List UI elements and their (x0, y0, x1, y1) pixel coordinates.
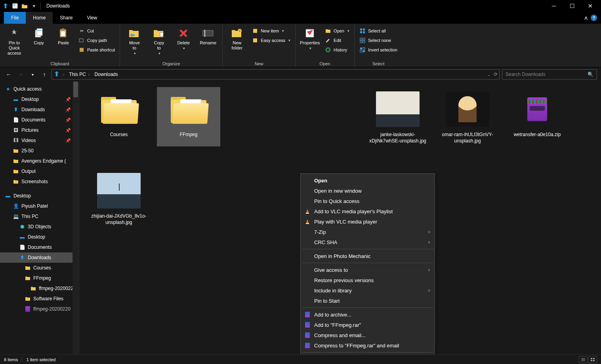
cut-button[interactable]: ✂Cut (77, 27, 116, 35)
help-icon[interactable]: ? (591, 15, 597, 21)
tab-share[interactable]: Share (53, 12, 80, 24)
tab-home[interactable]: Home (26, 12, 53, 24)
scrollbar-thumb[interactable] (73, 82, 78, 97)
ctx-give-access[interactable]: Give access to› (301, 265, 435, 275)
new-item-button[interactable]: New item ▾ (250, 27, 292, 35)
edit-icon (325, 37, 331, 44)
tree-desktop[interactable]: ▬Desktop📌 (0, 94, 79, 104)
file-item[interactable]: FFmpeg (157, 87, 220, 146)
tree-avengers[interactable]: Avengers Endgame ( (0, 156, 79, 166)
cube-icon: ⬢ (19, 224, 25, 230)
address-bar[interactable]: › This PC› Downloads ⌄ ⟳ (52, 69, 500, 80)
delete-button[interactable]: Delete▾ (172, 25, 195, 50)
qat-properties-icon[interactable] (11, 2, 19, 10)
maximize-button[interactable]: ☐ (563, 0, 581, 12)
ctx-vlc-play[interactable]: Play with VLC media player (301, 216, 435, 227)
address-dropdown-icon[interactable]: ⌄ (487, 72, 490, 77)
history-button[interactable]: History (323, 46, 351, 54)
ctx-restore-previous[interactable]: Restore previous versions (301, 275, 435, 285)
select-none-button[interactable]: Select none (358, 36, 399, 44)
file-item[interactable]: wetransfer-a0e10a.zip (506, 87, 569, 146)
search-box[interactable]: Search Downloads 🔍 (502, 69, 597, 80)
tree-ffmpeg-dated[interactable]: ffmpeg-2020022 (0, 283, 79, 294)
tree-piyush[interactable]: 👤Piyush Patel (0, 201, 79, 211)
refresh-icon[interactable]: ⟳ (494, 72, 498, 77)
up-button[interactable]: ↑ (40, 70, 49, 79)
tree-desktop3[interactable]: ▬Desktop (0, 232, 79, 242)
tree-25-50[interactable]: 25-50 (0, 146, 79, 156)
forward-button[interactable]: → (16, 70, 25, 79)
edit-button[interactable]: Edit (323, 36, 351, 44)
tree-output[interactable]: Output (0, 166, 79, 176)
paste-shortcut-button[interactable]: Paste shortcut (77, 46, 116, 54)
file-item[interactable]: zhijian-dai-JXdVGb_8v1o-unsplash.jpg (87, 169, 151, 228)
file-item[interactable]: Courses (87, 87, 151, 146)
tree-desktop-root[interactable]: ▬Desktop (0, 191, 79, 201)
ctx-photo-mechanic[interactable]: Open in Photo Mechanic (301, 251, 435, 261)
file-item[interactable]: janke-laskowski-xDjiNk7whSE-unsplash.jpg (366, 87, 429, 146)
properties-button[interactable]: Properties▾ (299, 25, 321, 50)
tree-videos[interactable]: 🎞Videos📌 (0, 135, 79, 146)
rename-button[interactable]: Rename (197, 25, 219, 46)
tree-documents[interactable]: 📄Documents📌 (0, 115, 79, 125)
tree-screenshots[interactable]: Screenshots (0, 176, 79, 187)
svg-rect-3 (37, 28, 42, 36)
minimize-button[interactable]: ─ (545, 0, 563, 12)
paste-button[interactable]: Paste (52, 25, 74, 46)
open-icon (325, 28, 331, 34)
chevron-right-icon: › (428, 229, 430, 235)
tree-ffmpeg-trunc[interactable]: ffmpeg-20200220 (0, 304, 79, 314)
ctx-7zip[interactable]: 7-Zip› (301, 227, 435, 237)
ctx-include-library[interactable]: Include in library› (301, 285, 435, 296)
ctx-open[interactable]: Open (301, 175, 435, 186)
collapse-ribbon-icon[interactable]: ʌ (584, 15, 588, 21)
back-button[interactable]: ← (4, 70, 13, 79)
pin-quick-access-button[interactable]: Pin to Quick access (3, 25, 25, 56)
tab-view[interactable]: View (80, 12, 104, 24)
ctx-compress-rar-email[interactable]: Compress to "FFmpeg.rar" and email (301, 340, 435, 351)
invert-selection-button[interactable]: Invert selection (358, 46, 399, 54)
file-item[interactable]: omar-ram-ihULI3tGnVY-unsplash.jpg (436, 87, 499, 146)
tree-3d-objects[interactable]: ⬢3D Objects (0, 222, 79, 232)
sidebar-scrollbar[interactable] (73, 82, 79, 355)
ctx-crc-sha[interactable]: CRC SHA› (301, 237, 435, 247)
copy-path-button[interactable]: Copy path (77, 36, 116, 44)
file-pane[interactable]: Courses FFmpegjanke-laskowski-xDjiNk7whS… (79, 82, 601, 355)
tree-documents2[interactable]: 📄Documents (0, 242, 79, 252)
ctx-add-rar[interactable]: Add to "FFmpeg.rar" (301, 320, 435, 330)
breadcrumb-downloads[interactable]: Downloads (93, 72, 119, 77)
view-icons-button[interactable] (588, 356, 597, 363)
ctx-pin-quick-access[interactable]: Pin to Quick access (301, 196, 435, 206)
close-button[interactable]: ✕ (581, 0, 599, 12)
copy-to-button[interactable]: Copy to▾ (148, 25, 170, 55)
move-to-button[interactable]: Move to▾ (123, 25, 145, 55)
tree-pictures[interactable]: 🖼Pictures📌 (0, 125, 79, 135)
new-folder-button[interactable]: New folder (226, 25, 248, 51)
tree-this-pc[interactable]: 💻This PC (0, 211, 79, 222)
ctx-add-archive[interactable]: Add to archive... (301, 309, 435, 320)
breadcrumb-this-pc[interactable]: This PC› (67, 72, 91, 77)
tab-file[interactable]: File (4, 12, 26, 24)
tree-ffmpeg[interactable]: FFmpeg (0, 273, 79, 283)
breadcrumb-sep[interactable]: › (61, 72, 66, 77)
ctx-compress-email[interactable]: Compress and email... (301, 330, 435, 340)
tree-software[interactable]: Software Files (0, 294, 79, 304)
copy-button[interactable]: Copy (28, 25, 50, 46)
recent-dropdown[interactable]: ▾ (28, 70, 37, 79)
select-all-button[interactable]: Select all (358, 27, 399, 35)
svg-rect-29 (363, 50, 365, 52)
view-details-button[interactable] (579, 356, 588, 363)
tree-downloads[interactable]: Downloads📌 (0, 104, 79, 115)
qat-newfolder-icon[interactable] (21, 2, 29, 10)
ctx-pin-start[interactable]: Pin to Start (301, 296, 435, 306)
open-button[interactable]: Open ▾ (323, 27, 351, 35)
ctx-vlc-playlist[interactable]: Add to VLC media player's Playlist (301, 206, 435, 216)
tree-courses[interactable]: Courses (0, 263, 79, 273)
easy-access-button[interactable]: Easy access ▾ (250, 36, 292, 44)
svg-rect-31 (306, 223, 309, 224)
qat-dropdown-icon[interactable]: ▾ (30, 2, 38, 10)
ctx-open-new-window[interactable]: Open in new window (301, 186, 435, 196)
search-placeholder: Search Downloads (506, 72, 588, 77)
tree-downloads2[interactable]: Downloads (0, 252, 79, 263)
tree-quick-access[interactable]: ★Quick access (0, 84, 79, 94)
